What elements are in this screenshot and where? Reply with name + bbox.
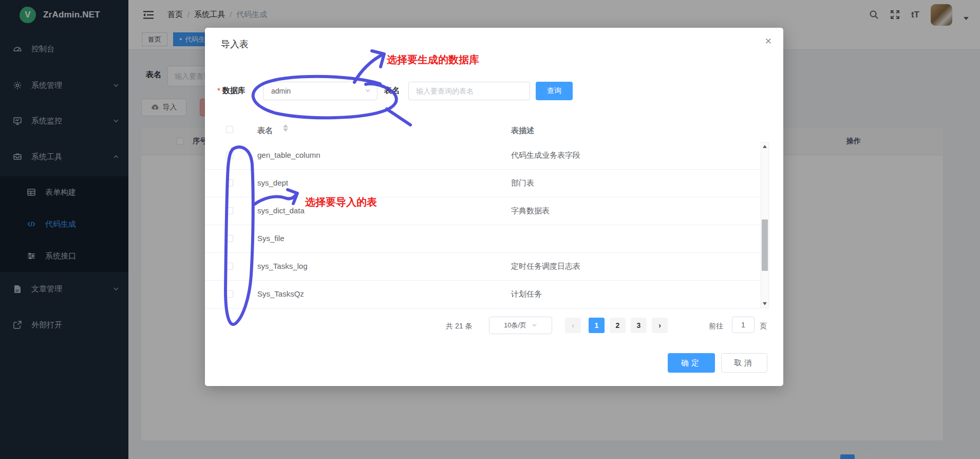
scroll-up-icon[interactable] [763,145,767,148]
row-table-name: sys_dict_data [257,206,305,215]
page-size-select[interactable]: 10条/页 [489,317,552,334]
cancel-button[interactable]: 取消 [721,353,767,373]
row-table-name: sys_dept [257,178,288,187]
chevron-down-icon [532,322,537,329]
next-page-button[interactable]: › [652,318,668,333]
confirm-button[interactable]: 确定 [668,353,715,373]
scrollbar-thumb[interactable] [762,219,768,271]
database-select-value: admin [271,87,365,95]
page-button-3[interactable]: 3 [631,318,647,333]
table-scrollbar[interactable] [761,142,769,308]
row-checkbox[interactable] [226,207,233,214]
row-checkbox[interactable] [226,152,233,159]
database-select[interactable]: admin [263,82,378,100]
page-button-2[interactable]: 2 [610,318,626,333]
row-table-desc: 定时任务调度日志表 [511,262,580,271]
row-checkbox[interactable] [226,263,233,270]
page-button-1[interactable]: 1 [589,318,605,333]
dialog-table-header: 表名 表描述 [205,120,769,142]
table-row[interactable]: Sys_TasksQz 计划任务 [205,281,761,308]
row-table-name: Sys_file [257,234,285,243]
col-table-name: 表名 [257,126,273,136]
pagination-total: 共 21 条 [446,322,472,331]
row-checkbox[interactable] [226,235,233,242]
goto-page-input[interactable] [732,317,755,333]
row-table-name: gen_table_column [257,151,321,159]
row-table-name: sys_Tasks_log [257,262,308,270]
prev-page-button[interactable]: ‹ [565,318,581,333]
table-name-field-label: 表名 [384,86,400,96]
row-table-desc: 代码生成业务表字段 [511,151,580,160]
goto-label: 前往 [709,322,723,331]
table-row[interactable]: Sys_file [205,225,761,253]
table-name-search-input[interactable] [408,82,530,100]
table-row[interactable]: gen_table_column 代码生成业务表字段 [205,142,761,170]
select-all-checkbox[interactable] [226,126,233,133]
db-field-label: *数据库 [217,86,246,96]
row-table-name: Sys_TasksQz [257,289,304,298]
row-checkbox[interactable] [226,179,233,187]
scroll-down-icon[interactable] [763,302,767,305]
close-icon[interactable]: ✕ [765,36,772,47]
goto-unit-label: 页 [760,322,767,331]
row-table-desc: 计划任务 [511,289,542,299]
table-row[interactable]: sys_dept 部门表 [205,170,761,197]
dialog-title: 导入表 [221,38,249,50]
page-size-value: 10条/页 [504,321,526,330]
search-button[interactable]: 查询 [536,82,573,100]
row-table-desc: 字典数据表 [511,206,550,216]
required-asterisk: * [217,86,220,95]
row-checkbox[interactable] [226,290,233,298]
table-row[interactable]: sys_dict_data 字典数据表 [205,197,761,225]
row-table-desc: 部门表 [511,178,534,188]
chevron-down-icon [365,87,371,95]
import-table-dialog: 导入表 ✕ *数据库 admin 表名 查询 表名 表描述 gen_table_… [205,28,783,386]
table-row[interactable]: sys_Tasks_log 定时任务调度日志表 [205,253,761,281]
sort-caret-icon[interactable] [283,124,288,132]
col-table-desc: 表描述 [511,126,534,136]
app-root: V ZrAdmin.NET 控制台 系统管理 系统监控 [0,0,980,459]
